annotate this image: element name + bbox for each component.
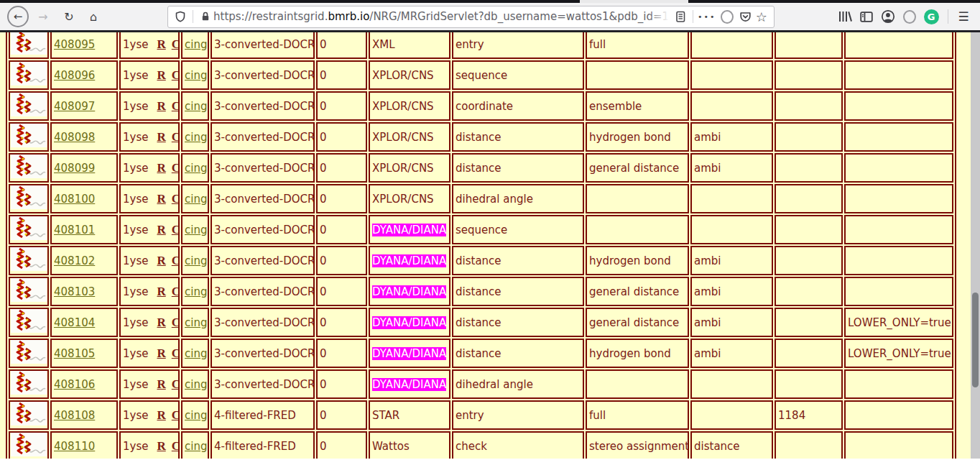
cell-subtype: stereo assignment — [586, 431, 689, 459]
cing-link[interactable]: cing — [185, 440, 207, 453]
entry-id-link[interactable]: 408105 — [54, 347, 95, 360]
bookmark-star-icon[interactable]: ☆ — [754, 9, 769, 24]
recoord-link[interactable]: R — [157, 285, 165, 298]
recoord-link[interactable]: R — [157, 439, 165, 453]
molecule-thumbnail-link[interactable] — [11, 155, 47, 178]
molecule-thumbnail-link[interactable] — [11, 309, 47, 333]
entry-id-link[interactable]: 408099 — [54, 162, 95, 175]
grammarly-icon[interactable]: G — [920, 6, 942, 27]
recoord-link[interactable]: R — [157, 408, 165, 422]
recoord-link[interactable]: R — [157, 99, 165, 113]
molecule-thumbnail-link[interactable] — [11, 185, 47, 209]
cing-report-link[interactable]: C — [172, 285, 180, 298]
pocket-icon[interactable] — [738, 9, 754, 24]
cing-report-link[interactable]: C — [172, 346, 180, 360]
entry-id-link[interactable]: 408096 — [54, 69, 95, 82]
cing-link[interactable]: cing — [185, 409, 207, 422]
cing-link[interactable]: cing — [185, 347, 207, 360]
entry-code-label: 1yse — [123, 69, 148, 82]
grammarly-letter: G — [924, 9, 939, 24]
entry-id-link[interactable]: 408108 — [54, 409, 95, 422]
recoord-link[interactable]: R — [157, 130, 165, 144]
cing-link[interactable]: cing — [185, 254, 207, 267]
entry-id-link[interactable]: 408095 — [54, 38, 95, 51]
lock-icon[interactable] — [198, 9, 213, 24]
url-bar[interactable]: https://restraintsgrid.bmrb.io/NRG/MRGri… — [167, 6, 775, 28]
cing-report-link[interactable]: C — [172, 192, 180, 206]
recoord-link[interactable]: R — [157, 68, 165, 82]
cing-link[interactable]: cing — [185, 378, 207, 391]
cing-report-link[interactable]: C — [172, 408, 180, 422]
molecule-thumbnail-link[interactable] — [11, 340, 47, 364]
entry-id-link[interactable]: 408097 — [54, 100, 95, 113]
cing-report-link[interactable]: C — [172, 37, 180, 51]
cell-entry-code: 1yseRC — [119, 339, 180, 368]
cing-link[interactable]: cing — [185, 162, 207, 175]
menu-button[interactable]: ☰ — [954, 9, 973, 24]
recoord-link[interactable]: R — [157, 316, 165, 329]
cing-report-link[interactable]: C — [172, 254, 180, 267]
account-icon[interactable] — [877, 6, 899, 27]
reload-button[interactable]: ↻ — [61, 10, 77, 24]
molecule-thumbnail-link[interactable] — [11, 402, 47, 426]
entry-id-link[interactable]: 408104 — [54, 316, 95, 329]
back-button[interactable]: ← — [7, 6, 29, 27]
cell-format: XPLOR/CNS — [369, 122, 450, 152]
url-text[interactable]: https://restraintsgrid.bmrb.io/NRG/MRGri… — [213, 9, 672, 24]
molecule-thumbnail-link[interactable] — [11, 93, 47, 116]
reader-view-icon[interactable] — [672, 9, 688, 24]
entry-id-link[interactable]: 408106 — [54, 378, 95, 391]
recoord-link[interactable]: R — [157, 223, 165, 236]
cing-link[interactable]: cing — [185, 285, 207, 298]
cing-link[interactable]: cing — [185, 69, 207, 82]
cing-report-link[interactable]: C — [172, 68, 180, 82]
entry-id-link[interactable]: 408103 — [54, 285, 95, 298]
cell-molecule — [9, 431, 49, 459]
recoord-link[interactable]: R — [157, 192, 165, 206]
entry-id-link[interactable]: 408102 — [54, 254, 95, 267]
vertical-scrollbar[interactable] — [971, 32, 980, 459]
page-actions-icon[interactable]: ••• — [698, 12, 716, 22]
cing-link[interactable]: cing — [185, 100, 207, 113]
entry-id-link[interactable]: 408100 — [54, 193, 95, 206]
molecule-thumbnail-link[interactable] — [11, 433, 47, 456]
molecule-thumbnail-link[interactable] — [11, 124, 47, 147]
molecule-thumbnail-link[interactable] — [11, 32, 47, 55]
sidebar-toggle-icon[interactable] — [856, 6, 877, 27]
recoord-link[interactable]: R — [157, 377, 165, 391]
molecule-thumbnail-link[interactable] — [11, 62, 47, 86]
tracking-protection-shield-icon[interactable] — [172, 9, 188, 24]
entry-id-link[interactable]: 408110 — [54, 440, 95, 453]
recoord-link[interactable]: R — [157, 346, 165, 360]
cing-report-link[interactable]: C — [172, 377, 180, 391]
recoord-link[interactable]: R — [157, 37, 165, 51]
scrollbar-thumb[interactable] — [972, 293, 979, 387]
cing-link[interactable]: cing — [185, 38, 207, 51]
cing-report-link[interactable]: C — [172, 223, 180, 236]
library-icon[interactable] — [834, 6, 856, 27]
cing-report-link[interactable]: C — [172, 130, 180, 144]
molecule-thumbnail-link[interactable] — [11, 216, 47, 240]
cing-link[interactable]: cing — [185, 224, 207, 236]
home-button[interactable]: ⌂ — [85, 10, 101, 24]
forward-button[interactable]: → — [35, 10, 51, 24]
cell-entry-id: 408102 — [50, 246, 118, 275]
cing-report-link[interactable]: C — [172, 439, 180, 453]
entry-id-link[interactable]: 408098 — [54, 131, 95, 144]
cing-link[interactable]: cing — [185, 131, 207, 144]
cing-report-link[interactable]: C — [172, 161, 180, 175]
extension-circle-icon[interactable] — [721, 10, 734, 24]
recoord-link[interactable]: R — [157, 254, 165, 267]
cing-report-link[interactable]: C — [172, 316, 180, 329]
extension-circle-icon[interactable] — [899, 6, 920, 27]
cing-link[interactable]: cing — [185, 316, 207, 329]
cing-link[interactable]: cing — [185, 193, 207, 206]
molecule-thumbnail-link[interactable] — [11, 247, 47, 271]
molecule-thumbnail-link[interactable] — [11, 371, 47, 395]
cell-entry-code: 1yseRC — [119, 32, 180, 59]
entry-id-link[interactable]: 408101 — [54, 224, 95, 236]
recoord-link[interactable]: R — [157, 161, 165, 175]
molecule-thumbnail-link[interactable] — [11, 278, 47, 302]
cell-entry-code: 1yseRC — [119, 91, 180, 121]
cing-report-link[interactable]: C — [172, 99, 180, 113]
